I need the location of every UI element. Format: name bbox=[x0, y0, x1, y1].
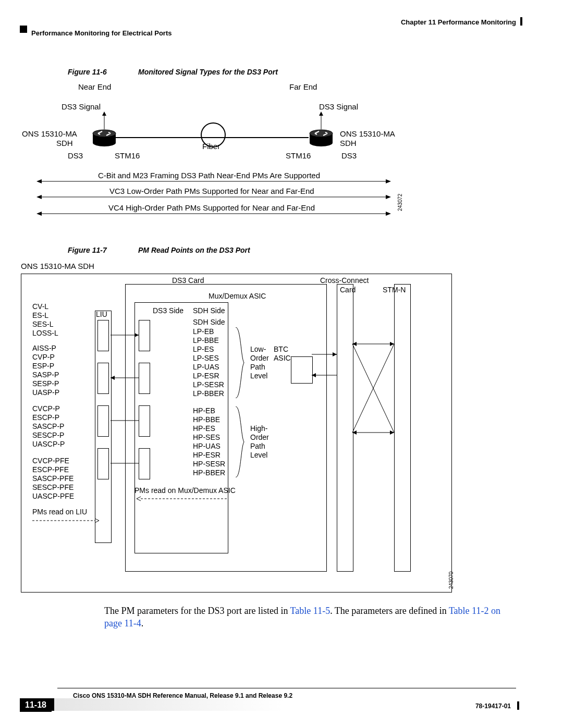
svg-marker-12 bbox=[386, 179, 391, 183]
fig2-high4: Level bbox=[250, 451, 267, 459]
fig2-brace-lp bbox=[234, 327, 247, 398]
fig2-sespp: SESP-P bbox=[32, 379, 59, 388]
figure1-title: Monitored Signal Types for the DS3 Port bbox=[138, 68, 278, 76]
fig2-high2: Order bbox=[250, 433, 269, 441]
fig2-hp6: HP-SESR bbox=[193, 460, 225, 468]
fig2-sdhside: SDH Side bbox=[193, 306, 225, 315]
fig2-liu-cell3 bbox=[97, 405, 109, 437]
fig2-hp0: HP-EB bbox=[193, 406, 215, 415]
fig2-muxdemux: Mux/Demux ASIC bbox=[209, 292, 266, 300]
router-icon-left bbox=[92, 128, 117, 147]
figure1-number: Figure 11-6 bbox=[68, 68, 107, 76]
fig2-high1: High- bbox=[250, 424, 267, 433]
fig2-conn4 bbox=[111, 461, 139, 466]
fig2-esl: ES-L bbox=[32, 311, 48, 319]
footer-title: Cisco ONS 15310-MA SDH Reference Manual,… bbox=[73, 692, 292, 699]
fig2-conn2 bbox=[111, 375, 139, 380]
fig1-ds3-r: DS3 bbox=[341, 151, 357, 160]
fig2-device: ONS 15310-MA SDH bbox=[21, 262, 94, 270]
fig2-low3: Path bbox=[250, 363, 265, 371]
svg-marker-15 bbox=[386, 195, 391, 199]
fig2-mux-cell4 bbox=[139, 448, 150, 479]
figure2-number: Figure 11-7 bbox=[68, 246, 107, 254]
fig1-stm16-l: STM16 bbox=[115, 151, 140, 160]
fig2-xconnect-lines bbox=[312, 328, 395, 459]
fig2-high3: Path bbox=[250, 442, 265, 450]
fig1-arrow1 bbox=[36, 178, 391, 184]
fig2-uaspp: UASP-P bbox=[32, 388, 59, 397]
fig2-low1: Low- bbox=[250, 345, 266, 353]
fig2-card: Card bbox=[340, 286, 356, 294]
fig2-escpfe: ESCP-PFE bbox=[32, 465, 69, 474]
fig1-idnum: 243072 bbox=[397, 194, 403, 211]
fig2-idnum: 243070 bbox=[448, 572, 454, 589]
fig2-lp1: LP-BBE bbox=[193, 336, 219, 344]
svg-marker-17 bbox=[36, 212, 42, 216]
svg-marker-20 bbox=[134, 333, 139, 337]
fig2-lp7: LP-BBER bbox=[193, 389, 224, 398]
fig1-far-end: Far End bbox=[289, 82, 317, 91]
fig2-mux-cell1 bbox=[139, 320, 150, 351]
header-chapter: Chapter 11 Performance Monitoring bbox=[401, 18, 516, 26]
fig2-btc: BTC bbox=[274, 345, 288, 353]
footer-bar-icon bbox=[517, 701, 519, 710]
svg-marker-30 bbox=[312, 373, 316, 377]
fig2-saspp: SASP-P bbox=[32, 371, 59, 379]
svg-marker-18 bbox=[386, 212, 391, 216]
fig1-arrow2 bbox=[36, 194, 391, 200]
fig2-mux-cell3 bbox=[139, 405, 150, 437]
fig2-low4: Level bbox=[250, 372, 267, 380]
fig2-uascp: UASCP-P bbox=[32, 440, 65, 448]
svg-marker-28 bbox=[333, 352, 337, 356]
fig2-sescfe: SESCP-PFE bbox=[32, 483, 74, 491]
svg-point-2 bbox=[93, 130, 116, 137]
fig1-ds3-signal-r: DS3 Signal bbox=[319, 102, 358, 111]
fig2-hp7: HP-BBER bbox=[193, 468, 225, 477]
header-section: Performance Monitoring for Electrical Po… bbox=[31, 29, 172, 37]
fig2-aissp: AISS-P bbox=[32, 344, 56, 352]
footer-shade bbox=[50, 698, 519, 711]
svg-marker-7 bbox=[102, 112, 106, 116]
fig2-lp5: LP-ESR bbox=[193, 372, 219, 380]
fig2-asic: ASIC bbox=[274, 354, 291, 362]
fig2-pm-mux: PMs read on Mux/Demux ASIC bbox=[134, 486, 236, 495]
fig2-stmn-box bbox=[394, 284, 411, 572]
fig1-ds3-signal-l: DS3 Signal bbox=[62, 102, 101, 111]
fig2-lossl: LOSS-L bbox=[32, 329, 58, 337]
fig2-sascfe: SASCP-PFE bbox=[32, 474, 74, 483]
fig2-espp: ESP-P bbox=[32, 362, 54, 370]
para-t1: The PM parameters for the DS3 port are l… bbox=[104, 606, 290, 616]
fig2-ds3side: DS3 Side bbox=[153, 306, 183, 315]
header-bar-icon bbox=[520, 17, 522, 26]
link-table-11-5[interactable]: Table 11-5 bbox=[290, 606, 331, 616]
fig1-arrow3 bbox=[36, 211, 391, 217]
fig1-ons-r: ONS 15310-MA bbox=[340, 129, 395, 138]
svg-marker-22 bbox=[111, 376, 115, 380]
fig2-sascp: SASCP-P bbox=[32, 422, 64, 430]
fig2-sesl: SES-L bbox=[32, 320, 53, 328]
fig2-conn3 bbox=[111, 418, 139, 423]
fig2-low2: Order bbox=[250, 354, 269, 362]
fig2-hp3: HP-SES bbox=[193, 433, 220, 441]
fig2-liu-cell1 bbox=[97, 320, 109, 351]
para-t2: . The parameters are defined in bbox=[330, 606, 449, 616]
svg-marker-11 bbox=[36, 179, 42, 183]
fig2-liu-cell2 bbox=[97, 363, 109, 394]
fig2-liu-cell4 bbox=[97, 448, 109, 479]
footer-docnum: 78-19417-01 bbox=[475, 702, 511, 710]
figure2-title: PM Read Points on the DS3 Port bbox=[138, 246, 250, 254]
fig1-ds3-l: DS3 bbox=[68, 151, 83, 160]
body-paragraph: The PM parameters for the DS3 port are l… bbox=[104, 604, 511, 630]
fig1-arm-left bbox=[102, 112, 107, 129]
fig2-cvpp: CVP-P bbox=[32, 353, 55, 361]
fig1-sdh-r: SDH bbox=[340, 139, 357, 147]
fig2-pm-mux-arrow bbox=[134, 496, 228, 501]
fig2-sescp: SESCP-P bbox=[32, 431, 64, 439]
footer-page-number: 11-18 bbox=[20, 698, 52, 712]
svg-marker-9 bbox=[319, 112, 323, 116]
fig2-pm-liu: PMs read on LIU bbox=[32, 508, 87, 516]
fig2-conn1 bbox=[111, 332, 139, 338]
fig2-mux-cell2 bbox=[139, 363, 150, 394]
fig2-brace-hp bbox=[234, 406, 247, 477]
fig1-stm16-r: STM16 bbox=[286, 151, 311, 160]
